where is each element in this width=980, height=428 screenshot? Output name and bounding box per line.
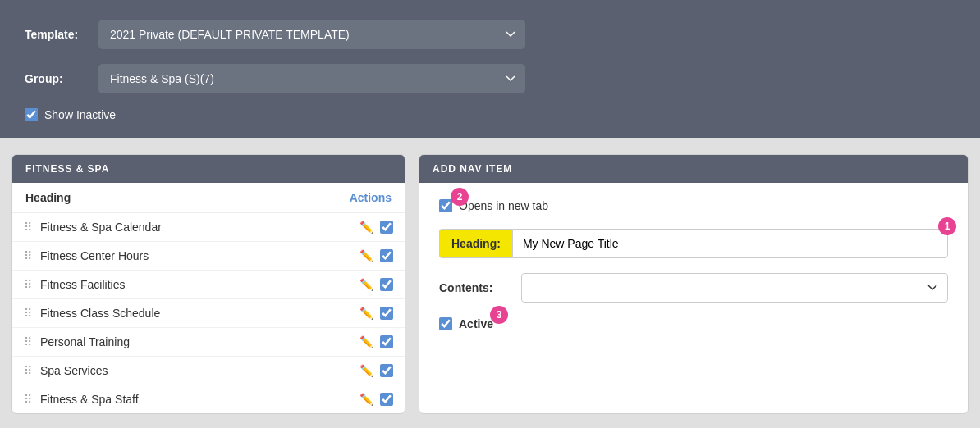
top-section: Template: 2021 Private (DEFAULT PRIVATE …: [0, 0, 980, 138]
badge-3: 3: [490, 306, 508, 324]
group-select[interactable]: Fitness & Spa (S)(7): [98, 64, 525, 93]
nav-item-label: Fitness Facilities: [40, 278, 359, 291]
item-checkbox[interactable]: [380, 221, 393, 234]
group-row: Group: Fitness & Spa (S)(7): [25, 64, 955, 93]
nav-item-label: Fitness Center Hours: [40, 249, 359, 262]
list-item: ⠿ Personal Training ✏️: [12, 328, 405, 357]
col-actions: Actions: [350, 191, 392, 204]
edit-icon[interactable]: ✏️: [359, 393, 373, 406]
edit-icon[interactable]: ✏️: [359, 278, 373, 291]
drag-handle-icon[interactable]: ⠿: [24, 279, 32, 290]
item-checkbox[interactable]: [380, 278, 393, 291]
contents-label: Contents:: [439, 281, 521, 294]
right-panel-body: Opens in new tab 2 Heading: 1 Contents:: [419, 183, 968, 347]
row-actions: ✏️: [359, 278, 393, 291]
list-item: ⠿ Spa Services ✏️: [12, 357, 405, 385]
heading-field-wrapper: Heading: 1: [439, 229, 948, 258]
left-panel-header: FITNESS & SPA: [12, 155, 405, 183]
item-checkbox[interactable]: [380, 335, 393, 348]
nav-item-label: Personal Training: [40, 335, 359, 348]
show-inactive-checkbox[interactable]: [25, 108, 38, 121]
nav-item-label: Fitness Class Schedule: [40, 307, 359, 320]
list-item: ⠿ Fitness Class Schedule ✏️: [12, 299, 405, 328]
row-actions: ✏️: [359, 221, 393, 234]
nav-item-label: Spa Services: [40, 364, 359, 377]
active-row: Active 3: [439, 317, 948, 330]
edit-icon[interactable]: ✏️: [359, 307, 373, 320]
row-actions: ✏️: [359, 249, 393, 262]
active-checkbox[interactable]: [439, 317, 452, 330]
template-row: Template: 2021 Private (DEFAULT PRIVATE …: [25, 20, 955, 49]
drag-handle-icon[interactable]: ⠿: [24, 336, 32, 348]
heading-yellow-label: Heading:: [439, 229, 512, 258]
drag-handle-icon[interactable]: ⠿: [24, 394, 32, 405]
edit-icon[interactable]: ✏️: [359, 364, 373, 377]
drag-handle-icon[interactable]: ⠿: [24, 307, 32, 319]
nav-item-label: Fitness & Spa Staff: [40, 393, 359, 406]
group-label: Group:: [25, 72, 98, 85]
list-item: ⠿ Fitness Center Hours ✏️: [12, 242, 405, 271]
row-actions: ✏️: [359, 335, 393, 348]
list-item: ⠿ Fitness & Spa Calendar ✏️: [12, 213, 405, 242]
item-checkbox[interactable]: [380, 307, 393, 320]
edit-icon[interactable]: ✏️: [359, 335, 373, 348]
table-header: Heading Actions: [12, 183, 405, 213]
drag-handle-icon[interactable]: ⠿: [24, 250, 32, 262]
edit-icon[interactable]: ✏️: [359, 221, 373, 234]
contents-row: Contents:: [439, 273, 948, 303]
opens-in-new-tab-checkbox[interactable]: [439, 199, 452, 212]
right-panel: ADD NAV ITEM Opens in new tab 2 Heading:…: [419, 154, 969, 414]
right-panel-header: ADD NAV ITEM: [419, 155, 968, 183]
drag-handle-icon[interactable]: ⠿: [24, 365, 32, 376]
heading-input[interactable]: [512, 229, 948, 258]
template-label: Template:: [25, 28, 98, 41]
template-select[interactable]: 2021 Private (DEFAULT PRIVATE TEMPLATE): [98, 20, 525, 49]
show-inactive-label: Show Inactive: [44, 108, 116, 121]
active-label: Active: [459, 317, 493, 330]
item-checkbox[interactable]: [380, 393, 393, 406]
item-checkbox[interactable]: [380, 364, 393, 377]
bottom-section: FITNESS & SPA Heading Actions ⠿ Fitness …: [0, 138, 980, 428]
badge-1: 1: [938, 217, 956, 235]
contents-select[interactable]: [521, 273, 948, 303]
heading-row: Heading: 1: [439, 229, 948, 258]
list-item: ⠿ Fitness Facilities ✏️: [12, 271, 405, 299]
col-heading: Heading: [25, 191, 71, 204]
item-checkbox[interactable]: [380, 249, 393, 262]
row-actions: ✏️: [359, 393, 393, 406]
left-panel: FITNESS & SPA Heading Actions ⠿ Fitness …: [11, 154, 405, 414]
row-actions: ✏️: [359, 364, 393, 377]
badge-2: 2: [451, 188, 469, 206]
list-item: ⠿ Fitness & Spa Staff ✏️: [12, 385, 405, 413]
row-actions: ✏️: [359, 307, 393, 320]
opens-in-new-tab-label: Opens in new tab: [459, 199, 548, 212]
nav-item-label: Fitness & Spa Calendar: [40, 221, 359, 234]
drag-handle-icon[interactable]: ⠿: [24, 221, 32, 233]
opens-in-new-tab-row: Opens in new tab 2: [439, 199, 948, 212]
show-inactive-row: Show Inactive: [25, 108, 955, 121]
edit-icon[interactable]: ✏️: [359, 249, 373, 262]
